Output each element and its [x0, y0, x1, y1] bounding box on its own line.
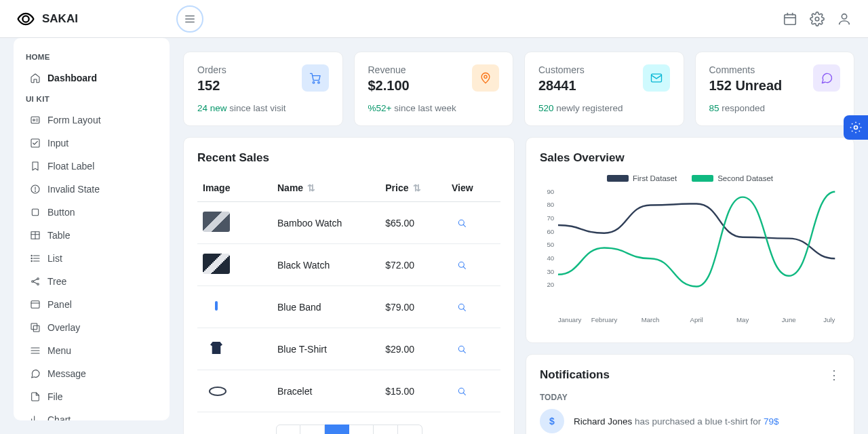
sidebar: HOMEDashboardUI KITForm LayoutInputFloat… [14, 38, 170, 420]
page-1[interactable]: 1 [325, 425, 349, 434]
svg-line-57 [463, 393, 465, 395]
cell-price: $15.00 [380, 370, 446, 412]
sidebar-item-list[interactable]: List [23, 247, 170, 270]
view-button[interactable] [452, 255, 472, 275]
svg-text:90: 90 [547, 188, 554, 195]
stat-value: 152 Unread [709, 78, 783, 94]
sidebar-item-label: Table [47, 230, 70, 241]
svg-text:February: February [591, 316, 618, 323]
sidebar-item-label: List [47, 253, 62, 264]
menu-group-title: UI KIT [23, 90, 170, 108]
cell-name: Black Watch [272, 244, 380, 286]
view-button[interactable] [452, 213, 472, 233]
stat-card: Comments152 Unread85 responded [695, 52, 855, 126]
pin-icon [472, 64, 499, 92]
product-thumbnail [203, 380, 230, 400]
stat-card: Orders15224 new since last visit [183, 52, 343, 126]
sidebar-item-menu[interactable]: Menu [23, 339, 170, 362]
cell-name: Bracelet [272, 370, 380, 412]
svg-line-51 [463, 267, 465, 269]
svg-rect-10 [31, 117, 39, 123]
page-prev[interactable]: ‹ [300, 425, 325, 434]
product-thumbnail [203, 296, 230, 316]
settings-icon[interactable] [810, 12, 825, 26]
svg-text:20: 20 [547, 281, 554, 288]
sidebar-item-label: Menu [47, 345, 71, 356]
calendar-icon[interactable] [783, 12, 797, 26]
svg-rect-36 [33, 326, 39, 332]
page-next[interactable]: › [374, 425, 398, 434]
sidebar-item-label: Invalid State [47, 184, 100, 195]
stat-value: 28441 [538, 78, 585, 94]
share-icon [30, 276, 41, 287]
sidebar-item-float-label[interactable]: Float Label [23, 155, 170, 178]
svg-text:January: January [558, 316, 581, 323]
page-first[interactable]: « [276, 425, 300, 434]
brand-logo[interactable]: SAKAI [16, 9, 176, 28]
table-row: Bracelet$15.00 [197, 370, 500, 412]
cell-price: $65.00 [380, 202, 446, 244]
view-button[interactable] [452, 297, 472, 317]
more-menu-icon[interactable]: ⋮ [828, 369, 840, 381]
cell-price: $72.00 [380, 244, 446, 286]
sidebar-item-form-layout[interactable]: Form Layout [23, 108, 170, 132]
sidebar-item-table[interactable]: Table [23, 224, 170, 247]
svg-point-73 [854, 126, 858, 130]
legend-item[interactable]: First Dataset [607, 174, 677, 182]
sidebar-item-chart[interactable]: Chart [23, 408, 170, 420]
legend-item[interactable]: Second Dataset [692, 174, 773, 182]
sidebar-item-label: Tree [47, 276, 66, 287]
view-button[interactable] [452, 381, 472, 401]
svg-text:30: 30 [547, 268, 554, 275]
sidebar-item-button[interactable]: Button [23, 201, 170, 224]
page-2[interactable]: 2 [349, 425, 374, 434]
dollar-icon: $ [540, 409, 564, 433]
page-last[interactable]: » [398, 425, 422, 434]
svg-point-26 [31, 258, 32, 258]
stat-title: Customers [538, 64, 585, 75]
notif-section: TODAY$Richard Jones has purchased a blue… [540, 393, 840, 433]
svg-text:April: April [690, 316, 703, 323]
stat-value: $2.100 [368, 78, 410, 94]
stat-card: Customers28441520 newly registered [524, 52, 684, 126]
cell-price: $29.00 [380, 328, 446, 370]
sidebar-item-label: Message [47, 368, 86, 379]
table-row: Blue Band$79.00 [197, 286, 500, 328]
cell-name: Blue T-Shirt [272, 328, 380, 370]
user-icon[interactable] [837, 12, 852, 26]
svg-rect-47 [651, 74, 661, 82]
notifications-card: Notifications ⋮ TODAY$Richard Jones has … [526, 354, 854, 434]
sidebar-item-tree[interactable]: Tree [23, 270, 170, 293]
view-button[interactable] [452, 339, 472, 359]
stats-row: Orders15224 new since last visitRevenue$… [183, 52, 854, 126]
sales-table: Image Name⇅ Price⇅ View Bamboo Watch$65.… [197, 174, 500, 412]
sidebar-item-invalid-state[interactable]: Invalid State [23, 178, 170, 201]
list-icon [30, 253, 41, 264]
svg-line-32 [33, 282, 37, 284]
sidebar-item-dashboard[interactable]: Dashboard [23, 66, 170, 90]
theme-settings-button[interactable] [844, 115, 868, 140]
sidebar-item-panel[interactable]: Panel [23, 293, 170, 316]
stat-subtext: 520 newly registered [538, 103, 670, 113]
home-icon [30, 73, 41, 83]
comment-icon [813, 64, 840, 92]
svg-text:40: 40 [547, 254, 554, 262]
recent-sales-card: Recent Sales Image Name⇅ Price⇅ View Bam… [183, 137, 515, 434]
col-price[interactable]: Price⇅ [380, 174, 446, 202]
stat-subtext: 85 responded [709, 103, 841, 113]
col-view: View [446, 174, 500, 202]
sidebar-item-file[interactable]: File [23, 385, 170, 408]
svg-line-55 [463, 351, 465, 353]
overlay-icon [30, 322, 41, 333]
cell-price: $79.00 [380, 286, 446, 328]
svg-text:June: June [782, 316, 796, 323]
stat-subtext: 24 new since last visit [197, 103, 329, 113]
inbox-icon [643, 64, 670, 92]
sidebar-item-overlay[interactable]: Overlay [23, 316, 170, 339]
col-name[interactable]: Name⇅ [272, 174, 380, 202]
sidebar-item-message[interactable]: Message [23, 362, 170, 385]
table-icon [30, 230, 41, 241]
card-title: Recent Sales [197, 151, 500, 165]
sidebar-item-input[interactable]: Input [23, 132, 170, 155]
sidebar-toggle-button[interactable] [176, 5, 203, 33]
